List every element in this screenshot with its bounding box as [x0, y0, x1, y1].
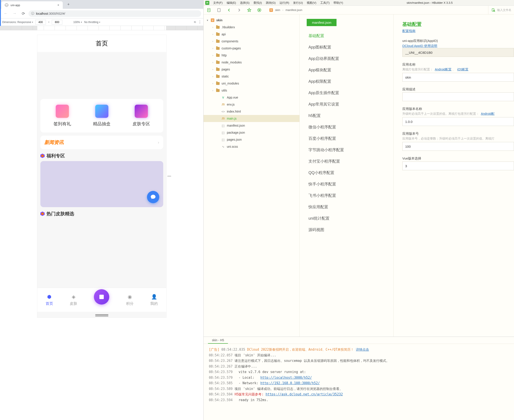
appid-input[interactable] — [402, 48, 514, 57]
tree-file[interactable]: [ ]package.json — [204, 129, 299, 136]
config-nav-item[interactable]: 源码视图 — [300, 224, 393, 235]
close-tab-icon[interactable]: × — [58, 3, 59, 7]
throttling-dropdown[interactable]: No throttling — [84, 21, 100, 24]
config-nav-item[interactable]: QQ小程序配置 — [300, 167, 393, 178]
config-nav-item[interactable]: 快应用配置 — [300, 201, 393, 213]
more-icon[interactable]: ⋮ — [198, 20, 201, 24]
ver-name-input[interactable] — [402, 117, 514, 126]
vue-version-select[interactable] — [402, 162, 514, 170]
tab-mine[interactable]: 👤 我的 — [150, 294, 158, 306]
config-form[interactable]: 基础配置 配置指南 uni-app应用标识(AppID) DCloud AppI… — [394, 15, 514, 337]
menu-tools[interactable]: 工具(T) — [320, 1, 330, 5]
chevron-right-icon[interactable]: › — [211, 89, 214, 92]
menu-help[interactable]: 帮助(Y) — [334, 1, 343, 5]
tree-folder[interactable]: ›http — [204, 52, 299, 59]
tree-root[interactable]: ▾ U skin — [204, 17, 300, 24]
menu-goto[interactable]: 跳转(G) — [266, 1, 276, 5]
name-input[interactable] — [402, 73, 514, 82]
side-resize-handle[interactable]: ║ — [168, 175, 171, 177]
file-search[interactable]: 输入文件名 — [488, 6, 511, 14]
menu-select[interactable]: 选择(S) — [240, 1, 249, 5]
back-arrow-icon[interactable] — [226, 8, 232, 13]
tab-center[interactable] — [94, 289, 109, 305]
tree-file[interactable]: VApp.vue — [204, 94, 299, 101]
feature-box[interactable]: 精品抽盒 — [93, 105, 111, 127]
star-icon[interactable] — [246, 8, 252, 13]
tree-file[interactable]: ∿uni.scss — [204, 143, 299, 150]
chevron-down-icon[interactable]: ▾ — [206, 19, 209, 22]
news-bar[interactable]: 新闻资讯 › — [40, 136, 163, 149]
desc-input[interactable] — [402, 92, 514, 101]
editor-tab[interactable]: manifest.json — [307, 19, 336, 26]
tree-folder[interactable]: ›pages — [204, 66, 299, 73]
page-body[interactable]: 签到有礼 精品抽盒 皮肤专区 新闻资讯 › — [37, 52, 166, 288]
chevron-right-icon[interactable]: › — [211, 26, 214, 29]
tree-file[interactable]: [ ]manifest.json — [204, 122, 299, 129]
chevron-right-icon[interactable]: › — [211, 40, 214, 43]
reload-button[interactable]: ⟳ — [20, 10, 27, 17]
resize-handle[interactable] — [37, 312, 166, 317]
chevron-right-icon[interactable]: › — [211, 68, 214, 71]
address-bar[interactable]: ⓘ localhost:3000/h52/#/ — [29, 10, 201, 17]
run-icon[interactable] — [257, 8, 262, 13]
menu-find[interactable]: 查找(I) — [253, 1, 262, 5]
tree-folder[interactable]: ›custom-pages — [204, 45, 299, 52]
file-explorer[interactable]: ▾ U skin ›.hbuilderx›api›components›cust… — [204, 15, 300, 337]
feature-skin[interactable]: 皮肤专区 — [133, 105, 150, 127]
config-nav-item[interactable]: App权限配置 — [300, 76, 393, 87]
tree-folder[interactable]: ›uni_modules — [204, 80, 299, 87]
save-icon[interactable] — [216, 8, 222, 13]
browser-tab[interactable]: uni-app × — [1, 1, 63, 9]
menu-publish[interactable]: 发行(U) — [293, 1, 303, 5]
chevron-right-icon[interactable]: › — [211, 75, 214, 78]
config-nav-item[interactable]: 基础配置 — [300, 30, 393, 41]
tree-folder[interactable]: ›utils — [204, 87, 299, 94]
menu-edit[interactable]: 编辑(E) — [227, 1, 236, 5]
chat-fab[interactable] — [147, 191, 159, 203]
config-nav-item[interactable]: uni统计配置 — [300, 213, 393, 224]
config-nav-item[interactable]: 百度小程序配置 — [300, 133, 393, 144]
bc-project[interactable]: skin — [275, 8, 280, 12]
height-input[interactable] — [52, 20, 62, 25]
tree-folder[interactable]: ›components — [204, 38, 299, 45]
ver-code-input[interactable] — [402, 142, 514, 151]
chevron-right-icon[interactable]: › — [211, 33, 214, 36]
config-nav-item[interactable]: App启动界面配置 — [300, 53, 393, 64]
tree-folder[interactable]: ›api — [204, 31, 299, 38]
zoom-dropdown[interactable]: 100% — [73, 21, 82, 24]
chevron-right-icon[interactable]: › — [211, 54, 214, 57]
chevron-right-icon[interactable]: › — [211, 82, 214, 85]
width-input[interactable] — [35, 20, 46, 25]
tree-file[interactable]: JSenv.js — [204, 101, 299, 108]
config-nav-item[interactable]: 飞书小程序配置 — [300, 190, 393, 201]
ios-config-link[interactable]: iOS配置 — [457, 68, 468, 71]
tree-folder[interactable]: ›static — [204, 73, 299, 80]
forward-button[interactable]: → — [11, 10, 18, 17]
android-config-link-2[interactable]: Android配 — [481, 112, 494, 115]
config-nav-item[interactable]: App原生插件配置 — [300, 87, 393, 98]
back-button[interactable]: ← — [2, 10, 9, 17]
tree-folder[interactable]: ›node_modules — [204, 59, 299, 66]
bc-file[interactable]: manifest.json — [285, 8, 302, 12]
tree-folder[interactable]: ›.hbuilderx — [204, 24, 299, 31]
config-nav-item[interactable]: 微信小程序配置 — [300, 121, 393, 133]
tree-file[interactable]: <>index.html — [204, 108, 299, 115]
forward-arrow-icon[interactable] — [237, 8, 242, 13]
site-info-icon[interactable]: ⓘ — [31, 12, 34, 15]
tab-skin[interactable]: ◈ 皮肤 — [70, 294, 77, 306]
feature-signin[interactable]: 签到有礼 — [53, 105, 71, 127]
tab-points[interactable]: ◉ 积分 — [126, 294, 134, 306]
appid-help-link[interactable]: DCloud AppID 使用说明 — [402, 44, 514, 48]
config-guide-link[interactable]: 配置指南 — [402, 29, 514, 33]
tree-file[interactable]: JSmain.js — [204, 115, 299, 122]
menu-run[interactable]: 运行(R) — [279, 1, 289, 5]
config-nav-item[interactable]: h5配置 — [300, 110, 393, 121]
console-tab[interactable]: skin - H5 — [208, 337, 228, 344]
config-nav-item[interactable]: 字节跳动小程序配置 — [300, 144, 393, 156]
tree-file[interactable]: [ ]pages.json — [204, 136, 299, 143]
chevron-right-icon[interactable]: › — [211, 47, 214, 50]
console-output[interactable]: [广告] 08:54:22.035 DCloud 2022新春招聘开启，欢迎前端… — [204, 344, 514, 420]
config-nav-item[interactable]: 快手小程序配置 — [300, 178, 393, 190]
config-nav-item[interactable]: App模块配置 — [300, 64, 393, 76]
dimensions-dropdown[interactable]: Dimensions: Responsive — [2, 21, 33, 24]
